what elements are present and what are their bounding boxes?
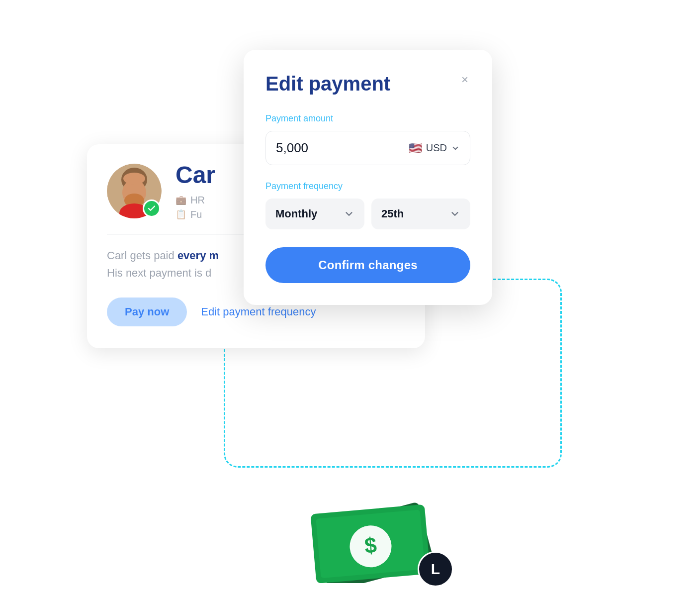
meta-role: HR bbox=[190, 195, 205, 206]
day-dropdown[interactable]: 25th bbox=[371, 199, 470, 229]
close-button[interactable]: × bbox=[459, 72, 470, 88]
frequency-dropdown[interactable]: Monthly bbox=[265, 199, 364, 229]
day-value: 25th bbox=[381, 207, 404, 220]
svg-text:$: $ bbox=[363, 532, 378, 558]
body-prefix: Carl gets paid bbox=[107, 249, 175, 262]
svg-point-5 bbox=[123, 173, 145, 185]
payment-frequency-label: Payment frequency bbox=[265, 181, 470, 192]
edit-payment-modal: Edit payment × Payment amount 5,000 🇺🇸 U… bbox=[244, 50, 492, 305]
currency-chevron-icon bbox=[451, 144, 460, 153]
amount-value[interactable]: 5,000 bbox=[276, 140, 409, 156]
modal-header: Edit payment × bbox=[265, 72, 470, 96]
frequency-row: Monthly 25th bbox=[265, 199, 470, 229]
avatar-wrapper bbox=[107, 164, 162, 218]
payment-amount-label: Payment amount bbox=[265, 113, 470, 124]
frequency-chevron-icon bbox=[344, 208, 354, 219]
clock-badge: L bbox=[418, 551, 453, 587]
amount-field: 5,000 🇺🇸 USD bbox=[265, 131, 470, 165]
edit-payment-frequency-link[interactable]: Edit payment frequency bbox=[201, 305, 316, 318]
verified-badge bbox=[143, 199, 161, 217]
currency-code: USD bbox=[426, 142, 447, 154]
currency-flag: 🇺🇸 bbox=[409, 142, 422, 155]
clock-letter: L bbox=[431, 561, 440, 578]
currency-selector[interactable]: 🇺🇸 USD bbox=[409, 142, 460, 155]
confirm-changes-button[interactable]: Confirm changes bbox=[265, 247, 470, 283]
body-suffix: His next payment is d bbox=[107, 267, 211, 279]
pay-now-button[interactable]: Pay now bbox=[107, 298, 187, 326]
scene: Car 💼 HR 📋 Fu Carl gets paid every m His… bbox=[0, 0, 700, 597]
body-highlight: every m bbox=[177, 249, 219, 262]
modal-title: Edit payment bbox=[265, 72, 390, 96]
frequency-value: Monthly bbox=[275, 207, 317, 220]
meta-type: Fu bbox=[190, 209, 202, 220]
briefcase-icon: 💼 bbox=[175, 195, 186, 205]
day-chevron-icon bbox=[449, 208, 460, 219]
document-icon: 📋 bbox=[175, 209, 186, 220]
